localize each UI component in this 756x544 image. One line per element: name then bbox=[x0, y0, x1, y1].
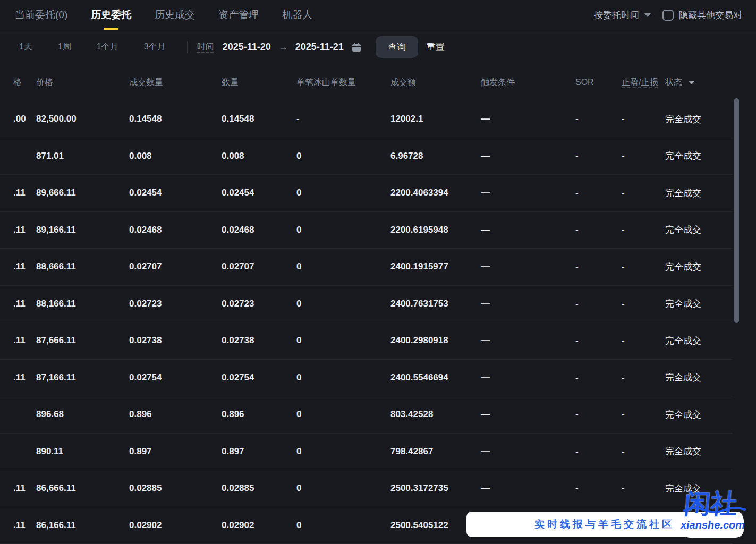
cell: 88,666.11 bbox=[36, 261, 129, 272]
cell: - bbox=[622, 409, 665, 420]
cell: 0.896 bbox=[222, 409, 296, 420]
table-row: 890.110.8970.8970798.42867—--完全成交 bbox=[0, 434, 732, 471]
cell: 0 bbox=[296, 299, 390, 309]
cell: 0.897 bbox=[129, 446, 222, 457]
cell: — bbox=[481, 372, 575, 383]
cell: - bbox=[575, 188, 622, 198]
cell: 890.11 bbox=[36, 446, 129, 457]
cell: - bbox=[622, 483, 665, 494]
tab-label: 资产管理 bbox=[218, 8, 259, 22]
cell: 0 bbox=[296, 151, 390, 162]
tab-order-history[interactable]: 历史委托 bbox=[91, 0, 131, 30]
table-row: .1189,166.110.024680.0246802200.6195948—… bbox=[0, 212, 732, 249]
calendar-icon[interactable] bbox=[351, 42, 362, 53]
table-row: .1186,666.110.028850.0288502500.3172735—… bbox=[0, 470, 732, 507]
table-row: .1189,666.110.024540.0245402200.4063394—… bbox=[0, 175, 732, 212]
cell: - bbox=[622, 335, 665, 346]
tab-label: 当前委托(0) bbox=[15, 8, 67, 22]
cell: 896.68 bbox=[36, 409, 129, 420]
table-row: .1187,166.110.027540.0275402400.5546694—… bbox=[0, 360, 732, 397]
sort-by-order-time-dropdown[interactable]: 按委托时间 bbox=[594, 9, 651, 21]
cell: 0.02454 bbox=[222, 188, 296, 198]
date-range-arrow-icon: → bbox=[278, 41, 288, 53]
cell: - bbox=[622, 188, 665, 198]
date-to-value[interactable]: 2025-11-21 bbox=[295, 41, 344, 53]
table-row: .1187,666.110.027380.0273802400.2980918—… bbox=[0, 322, 732, 360]
vertical-scrollbar-thumb[interactable] bbox=[734, 98, 739, 323]
cell: 12002.1 bbox=[390, 114, 481, 124]
tab-asset-management[interactable]: 资产管理 bbox=[218, 0, 259, 30]
col-header-sor: SOR bbox=[575, 76, 622, 88]
watermark-wave-icon bbox=[683, 505, 746, 514]
cell: 2400.2980918 bbox=[390, 335, 481, 346]
cell: - bbox=[575, 409, 622, 420]
cell: 完全成交 bbox=[665, 298, 732, 310]
reset-button[interactable]: 重置 bbox=[427, 41, 445, 53]
cell: 完全成交 bbox=[665, 335, 732, 347]
time-range-label: 时间 bbox=[197, 41, 214, 53]
period-1-day[interactable]: 1天 bbox=[19, 41, 32, 53]
cell: 2500.3172735 bbox=[390, 483, 481, 494]
cell: .11 bbox=[13, 188, 36, 198]
cell: 0 bbox=[296, 225, 390, 235]
tab-bots[interactable]: 机器人 bbox=[282, 0, 312, 30]
tab-trade-history[interactable]: 历史成交 bbox=[155, 0, 195, 30]
col-header-filled-amount: 成交额 bbox=[390, 76, 481, 88]
cell: 0 bbox=[296, 261, 390, 272]
tab-current-orders[interactable]: 当前委托(0) bbox=[15, 0, 67, 30]
filter-divider bbox=[187, 41, 188, 53]
cell: 2200.4063394 bbox=[390, 188, 481, 198]
cell: 2400.5546694 bbox=[390, 372, 481, 383]
query-button[interactable]: 查询 bbox=[376, 36, 418, 58]
tab-label: 历史委托 bbox=[91, 8, 131, 22]
cell: 0.897 bbox=[222, 446, 296, 457]
cell: 0.02754 bbox=[222, 372, 296, 383]
cell: — bbox=[481, 261, 575, 272]
tab-label: 机器人 bbox=[282, 8, 312, 22]
cell: 86,666.11 bbox=[36, 483, 129, 494]
col-header-filled-qty: 成交数量 bbox=[129, 76, 222, 88]
cell: - bbox=[622, 446, 665, 457]
table-body: .0082,500.000.145480.14548-12002.1—--完全成… bbox=[0, 101, 732, 544]
col-header-price: 价格 bbox=[36, 76, 129, 88]
cell: 82,500.00 bbox=[36, 114, 129, 124]
cell: 6.96728 bbox=[390, 151, 481, 162]
cell: - bbox=[622, 261, 665, 272]
cell: - bbox=[622, 299, 665, 309]
top-tab-bar: 当前委托(0) 历史委托 历史成交 资产管理 机器人 按委托时间 隐藏其他交易对 bbox=[0, 0, 756, 30]
period-1-month[interactable]: 1个月 bbox=[97, 41, 118, 53]
cell: 0.02468 bbox=[129, 225, 222, 235]
cell: 798.42867 bbox=[390, 446, 481, 457]
cell: 完全成交 bbox=[665, 113, 732, 125]
period-3-months[interactable]: 3个月 bbox=[144, 41, 166, 53]
cell: 0.02885 bbox=[129, 483, 222, 494]
cell: - bbox=[622, 151, 665, 162]
cell: 完全成交 bbox=[665, 224, 732, 236]
date-from-value[interactable]: 2025-11-20 bbox=[223, 41, 271, 53]
table-row: .1188,166.110.027230.0272302400.7631753—… bbox=[0, 286, 732, 323]
cell: 2400.7631753 bbox=[390, 299, 481, 309]
cell: 完全成交 bbox=[665, 187, 732, 199]
cell: - bbox=[575, 114, 622, 124]
cell: .11 bbox=[13, 261, 36, 272]
cell: .11 bbox=[13, 335, 36, 346]
cell: 完全成交 bbox=[665, 409, 732, 421]
col-header-trigger-condition: 触发条件 bbox=[481, 76, 575, 88]
cell: 完全成交 bbox=[665, 371, 732, 384]
cell: 0.02738 bbox=[222, 335, 296, 346]
hide-other-pairs-checkbox[interactable] bbox=[662, 10, 674, 21]
cell: 2200.6195948 bbox=[390, 225, 481, 235]
filter-bar: 1天 1周 1个月 3个月 时间 2025-11-20 → 2025-11-21… bbox=[0, 30, 756, 64]
col-header-status-label: 状态 bbox=[665, 76, 682, 88]
cell: - bbox=[575, 446, 622, 457]
col-header-status-filter[interactable]: 状态 bbox=[665, 76, 756, 88]
cell: - bbox=[622, 225, 665, 235]
table-row: 896.680.8960.8960803.42528—--完全成交 bbox=[0, 396, 732, 434]
cell: 0 bbox=[296, 188, 390, 198]
cell: .11 bbox=[13, 520, 36, 531]
cell: 0.02454 bbox=[129, 188, 222, 198]
topbar-right-controls: 按委托时间 隐藏其他交易对 bbox=[594, 0, 742, 30]
period-1-week[interactable]: 1周 bbox=[58, 41, 71, 53]
cell: - bbox=[622, 372, 665, 383]
cell: 2400.1915977 bbox=[390, 261, 481, 272]
